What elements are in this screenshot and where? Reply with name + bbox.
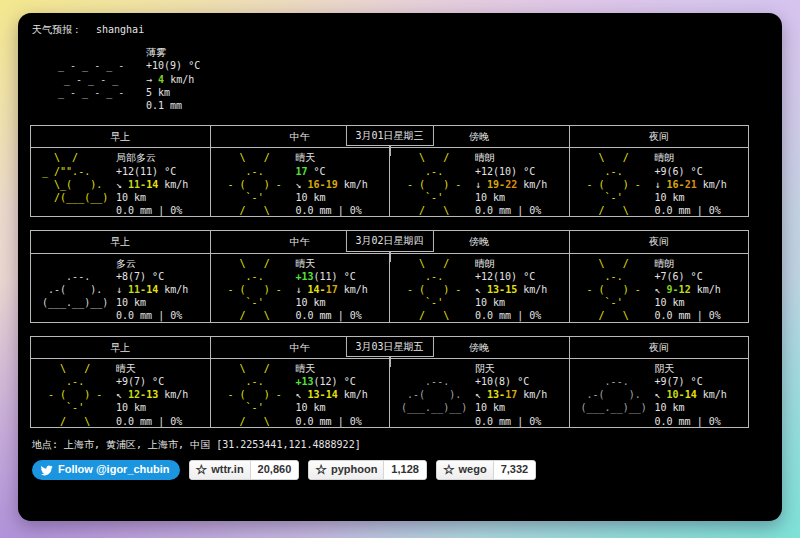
precip-value: 0.0 mm (296, 416, 332, 427)
precip-value: 0.0 mm (116, 310, 152, 321)
wind-line: ↖ 10-14 km/h (655, 388, 747, 401)
temp-line: +9(7) °C (116, 375, 208, 388)
report-title-label: 天气预报： (32, 24, 82, 35)
visibility-value: 10 km (475, 401, 567, 414)
day-cells-row: .--. .-( ). (___.__)__) 多云 +8(7) °C ↓ 11… (31, 254, 748, 322)
precip-line: 0.0 mm | 0% (655, 415, 747, 427)
temp-line: +13(11) °C (296, 270, 388, 283)
forecast-cell: \ / .-. - ( ) - `-' / \ 晴天 +9(7) °C ↖ 12… (31, 359, 211, 427)
wind-lo: 16 (308, 179, 320, 190)
forecast-cell: \ / _ /"".-. \_( ). /(___(__) 局部多云 +12(1… (31, 148, 211, 216)
precip-line: 0.0 mm | 0% (296, 204, 388, 216)
visibility-value: 10 km (116, 401, 208, 414)
wind-direction-icon: ↖ (475, 284, 487, 295)
forecast-days: 3月01日星期三 早上中午傍晚夜间 \ / _ /"".-. \_( ). /(… (30, 125, 770, 428)
github-star-badge-pyphoon[interactable]: ☆pyphoon 1,128 (308, 460, 427, 480)
wind-direction-icon: ↓ (296, 284, 308, 295)
wind-lo: 16 (667, 179, 679, 190)
precip-line: 0.0 mm | 0% (655, 204, 747, 216)
terminal-window: 天气预报：shanghai _ - _ - _ - _ - _ - _ _ - … (18, 13, 782, 521)
current-wind: → 4 km/h (146, 73, 200, 86)
twitter-follow-button[interactable]: Follow @igor_chubin (32, 460, 180, 480)
wind-unit: km/h (158, 284, 188, 295)
condition-label: 晴朗 (475, 257, 567, 270)
precip-separator: | (511, 310, 529, 321)
wind-unit: km/h (517, 179, 547, 190)
wind-direction-icon: ↓ (655, 179, 667, 190)
star-icon: ☆ (196, 463, 208, 476)
wind-direction-icon: ↓ (475, 179, 487, 190)
condition-label: 阴天 (655, 362, 747, 375)
wind-line: ↘ 11-14 km/h (116, 178, 208, 191)
wind-lo: 10 (667, 389, 679, 400)
temp-line: +9(7) °C (655, 375, 747, 388)
date-box: 3月03日星期五 (345, 336, 433, 357)
wind-line: ↓ 16-21 km/h (655, 178, 747, 191)
precip-chance: 0% (170, 205, 182, 216)
star-icon: ☆ (443, 463, 455, 476)
visibility-value: 10 km (475, 191, 567, 204)
weather-art: .--. .-( ). (___.__)__) (395, 362, 475, 423)
temp-highlight: 17 (296, 166, 308, 177)
period-header: 夜间 (570, 337, 749, 358)
condition-label: 晴朗 (655, 257, 747, 270)
wind-line: ↓ 11-14 km/h (116, 283, 208, 296)
wind-lo: 19 (487, 179, 499, 190)
wind-hi: 14 (146, 179, 158, 190)
wind-unit: km/h (691, 284, 721, 295)
weather-art: \ / .-. - ( ) - `-' / \ (36, 362, 116, 423)
precip-separator: | (332, 416, 350, 427)
forecast-cell: \ / .-. - ( ) - `-' / \ 晴天 17 °C ↘ 16-19… (211, 148, 391, 216)
period-header: 早上 (31, 231, 211, 252)
wind-direction-icon: ↖ (116, 389, 128, 400)
precip-separator: | (152, 310, 170, 321)
precip-line: 0.0 mm | 0% (475, 309, 567, 321)
temp-line: +10(8) °C (475, 375, 567, 388)
precip-value: 0.0 mm (296, 310, 332, 321)
condition-label: 晴天 (296, 257, 388, 270)
precip-line: 0.0 mm | 0% (475, 204, 567, 216)
current-wind-unit: km/h (170, 74, 194, 85)
wind-unit: km/h (158, 389, 188, 400)
forecast-cell: \ / .-. - ( ) - `-' / \ 晴天 +13(12) °C ↖ … (211, 359, 391, 427)
temp-rest: °C (308, 166, 326, 177)
wind-unit: km/h (338, 284, 368, 295)
wind-lo: 13 (487, 389, 499, 400)
precip-chance: 0% (709, 310, 721, 321)
precip-value: 0.0 mm (475, 310, 511, 321)
wind-hi: 12 (679, 284, 691, 295)
precip-line: 0.0 mm | 0% (655, 309, 747, 321)
date-label: 3月03日星期五 (355, 341, 423, 352)
temp-line: +12(10) °C (475, 165, 567, 178)
weather-art: .--. .-( ). (___.__)__) (36, 257, 116, 318)
wind-unit: km/h (697, 389, 727, 400)
temp-rest: +12(10) °C (475, 166, 535, 177)
forecast-cell: .--. .-( ). (___.__)__) 阴天 +9(7) °C ↖ 10… (570, 359, 749, 427)
precip-line: 0.0 mm | 0% (296, 309, 388, 321)
temp-rest: (12) °C (314, 376, 356, 387)
precip-value: 0.0 mm (296, 205, 332, 216)
weather-art: .--. .-( ). (___.__)__) (575, 362, 655, 423)
temp-rest: +12(11) °C (116, 166, 176, 177)
temp-line: +13(12) °C (296, 375, 388, 388)
wind-line: ↓ 19-22 km/h (475, 178, 567, 191)
github-star-badge-wttrin[interactable]: ☆wttr.in 20,860 (189, 460, 300, 480)
condition-label: 阴天 (475, 362, 567, 375)
visibility-value: 10 km (116, 191, 208, 204)
forecast-cell: .--. .-( ). (___.__)__) 多云 +8(7) °C ↓ 11… (31, 254, 211, 322)
wind-hi: 14 (685, 389, 697, 400)
twitter-bird-icon (40, 464, 53, 477)
precip-chance: 0% (529, 205, 541, 216)
condition-label: 晴天 (296, 362, 388, 375)
current-conditions: _ - _ - _ - _ - _ - _ _ - _ - _ - 薄雾 +10… (52, 46, 770, 112)
precip-chance: 0% (709, 205, 721, 216)
report-title: 天气预报：shanghai (32, 23, 770, 36)
visibility-value: 10 km (655, 191, 747, 204)
temp-highlight: +13 (296, 376, 314, 387)
day-cells-row: \ / _ /"".-. \_( ). /(___(__) 局部多云 +12(1… (31, 148, 748, 216)
temp-rest: +9(7) °C (116, 376, 164, 387)
wind-lo: 13 (308, 389, 320, 400)
current-art: _ - _ - _ - _ - _ - _ _ - _ - _ - (52, 46, 136, 112)
precip-separator: | (332, 205, 350, 216)
github-star-badge-wego[interactable]: ☆wego 7,332 (436, 460, 536, 480)
